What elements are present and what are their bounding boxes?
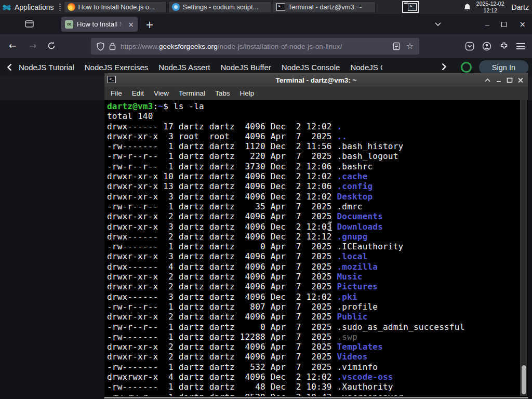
tab-title: How to Install Node.js on: [77, 20, 124, 28]
file-name: .bash_history: [337, 141, 403, 151]
pocket-save-icon[interactable]: [465, 42, 474, 51]
file-name: .ICEauthority: [337, 242, 403, 251]
file-name: .xscreensaver: [337, 392, 403, 396]
search-icon[interactable]: [461, 62, 472, 73]
applications-menu-label: Applications: [15, 3, 54, 11]
terminal-shade-button[interactable]: [484, 78, 491, 83]
extensions-puzzle-icon[interactable]: [499, 42, 509, 51]
site-nav-link-nodejs-tutorial[interactable]: NodeJS Tutorial: [19, 63, 74, 72]
terminal-scrollbar-thumb[interactable]: [522, 365, 526, 394]
terminal-icon: >_: [276, 3, 285, 11]
terminal-menu-tabs[interactable]: Tabs: [215, 89, 230, 97]
tracking-shield-icon[interactable]: [97, 42, 104, 51]
terminal-menu-view[interactable]: View: [154, 89, 169, 97]
url-prefix: https://www.: [121, 43, 159, 50]
site-nav-link-nodejs-assert[interactable]: NodeJS Assert: [158, 63, 210, 72]
menu-hamburger-icon[interactable]: [516, 43, 525, 49]
toolbar-right-icons: [465, 34, 525, 58]
clock-date: 2025-12-02: [476, 1, 504, 7]
tab-close-icon[interactable]: ×: [128, 20, 134, 29]
sign-in-button[interactable]: Sign In: [479, 60, 528, 74]
panel-window-button-codium[interactable]: Settings - codium script...: [168, 1, 271, 13]
bookmark-star-icon[interactable]: ☆: [406, 42, 414, 50]
back-button[interactable]: ←: [9, 41, 16, 51]
terminal-titlebar[interactable]: >_ Terminal - dartz@vm3: ~: [104, 73, 528, 87]
window-button-label: How to Install Node.js o...: [78, 3, 155, 11]
mouse-cursor-ibeam: [327, 221, 333, 231]
terminal-output-line: -rw-r--r-- 1 dartz dartz 220 Apr 7 2025 …: [107, 151, 527, 161]
reader-mode-icon[interactable]: [393, 42, 400, 50]
terminal-menubar: FileEditViewTerminalTabsHelp: [104, 87, 528, 100]
terminal-total-line: total 140: [107, 111, 527, 121]
terminal-output: dartz@vm3:~$ ls -latotal 140drwx------ 1…: [105, 100, 527, 396]
file-name: .viminfo: [337, 362, 378, 372]
panel-window-button-firefox[interactable]: How to Install Node.js o...: [64, 1, 167, 13]
terminal-prompt-line: dartz@vm3:~$ ls -la: [107, 101, 527, 111]
firefox-view-icon[interactable]: [25, 20, 34, 28]
nav-scroll-left-icon[interactable]: [7, 63, 12, 71]
panel-clock[interactable]: 2025-12-02 12:12: [476, 1, 504, 13]
site-nav-link-nodejs-console[interactable]: NodeJS Console: [282, 63, 340, 72]
file-name: .vscode-oss: [337, 372, 393, 382]
file-name: Videos: [337, 352, 367, 362]
window-minimize-button[interactable]: –: [485, 20, 489, 29]
applications-menu-button[interactable]: Applications: [0, 0, 57, 14]
file-name: .config: [337, 181, 373, 191]
terminal-output-line: drwxr-xr-x 3 root root 4096 Apr 7 2025 .…: [107, 131, 527, 141]
panel-right-area: >_ 2025-12-02 12:12 Dartz: [402, 1, 532, 13]
new-tab-button[interactable]: +: [145, 19, 154, 30]
file-name: .sudo_as_admin_successful: [337, 322, 464, 332]
terminal-output-line: drwxr-xr-x 3 dartz dartz 4096 Dec 2 12:0…: [107, 222, 527, 232]
site-nav-link-nodejs-exercises[interactable]: NodeJS Exercises: [85, 63, 149, 72]
file-name: .dmrc: [337, 202, 362, 211]
terminal-output-line: drwxr-xr-x 2 dartz dartz 4096 Apr 7 2025…: [107, 211, 527, 221]
firefox-tab-bar: ∞ How to Install Node.js on × + – ×: [0, 14, 532, 34]
notification-bell-icon[interactable]: [463, 3, 471, 11]
terminal-minimize-button[interactable]: [496, 77, 502, 83]
site-nav-link-nodejs-buffer[interactable]: NodeJS Buffer: [221, 63, 271, 72]
panel-window-buttons: How to Install Node.js o...Settings - co…: [64, 1, 376, 13]
terminal-output-line: drwxr-xr-x 2 dartz dartz 4096 Apr 7 2025…: [107, 312, 527, 322]
terminal-output-line: drwxr-xr-x 10 dartz dartz 4096 Dec 2 12:…: [107, 171, 527, 181]
url-domain: geeksforgeeks.org: [159, 43, 218, 50]
terminal-close-button[interactable]: [517, 77, 524, 83]
file-name: .bash_logout: [337, 151, 398, 161]
panel-window-button-terminal[interactable]: >_Terminal - dartz@vm3: ~: [273, 1, 376, 13]
terminal-menu-help[interactable]: Help: [240, 89, 255, 97]
url-bar[interactable]: https://www.geeksforgeeks.org/node-js/in…: [91, 38, 419, 55]
terminal-output-line: -rw-rw-r-- 1 dartz dartz 9529 Dec 2 10:4…: [107, 392, 527, 396]
account-icon[interactable]: [482, 42, 491, 51]
terminal-menu-terminal[interactable]: Terminal: [179, 89, 205, 97]
firefox-icon: [68, 3, 75, 11]
firefox-toolbar: ← → https://www.geeksforgeeks.org/node-j…: [0, 34, 532, 58]
browser-tab-active[interactable]: ∞ How to Install Node.js on ×: [61, 17, 138, 32]
window-close-button[interactable]: ×: [519, 20, 526, 29]
file-name: Templates: [337, 342, 383, 352]
file-name: .Xauthority: [337, 382, 393, 392]
reload-button[interactable]: [47, 41, 56, 50]
file-name: .bashrc: [337, 162, 373, 171]
file-name: .local: [337, 251, 367, 261]
terminal-scrollbar[interactable]: [520, 100, 527, 396]
tray-terminal-icon[interactable]: >_: [402, 1, 419, 13]
codium-icon: [172, 3, 180, 11]
clock-time: 12:12: [476, 7, 504, 14]
site-nav-link-nodejs-crypto[interactable]: NodeJS Crypto: [350, 63, 382, 72]
forward-button[interactable]: →: [29, 41, 36, 51]
terminal-menu-edit[interactable]: Edit: [132, 89, 144, 97]
terminal-output-line: -rw-r--r-- 1 dartz dartz 807 Apr 7 2025 …: [107, 302, 527, 312]
nav-scroll-right-icon[interactable]: [441, 63, 447, 71]
terminal-output-line: -rw------- 1 dartz dartz 12288 Apr 7 202…: [107, 332, 527, 342]
prompt-cwd: ~: [158, 101, 163, 111]
list-all-tabs-chevron-icon[interactable]: [434, 22, 442, 26]
terminal-menu-file[interactable]: File: [111, 89, 122, 97]
https-lock-icon[interactable]: [109, 42, 116, 50]
top-panel: Applications How to Install Node.js o...…: [0, 0, 532, 14]
terminal-output-line: -rw------- 1 dartz dartz 48 Dec 2 10:39 …: [107, 382, 527, 392]
file-name: Desktop: [337, 192, 373, 202]
terminal-output-line: drwx------ 4 dartz dartz 4096 Apr 7 2025…: [107, 262, 527, 272]
terminal-output-line: drwx------ 3 dartz dartz 4096 Dec 2 12:0…: [107, 292, 527, 302]
file-name: .: [337, 122, 342, 131]
terminal-maximize-button[interactable]: [507, 77, 513, 83]
window-maximize-button[interactable]: [501, 22, 507, 27]
